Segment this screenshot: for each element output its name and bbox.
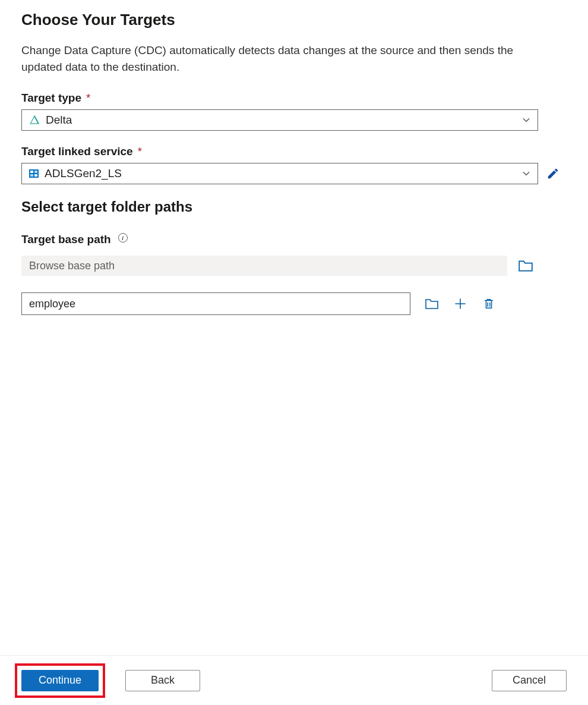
- wizard-footer: Continue Back Cancel: [0, 655, 588, 705]
- svg-rect-3: [30, 174, 33, 177]
- target-type-value: Delta: [46, 114, 72, 127]
- delta-icon: [29, 115, 40, 125]
- browse-base-path-button[interactable]: [518, 259, 533, 272]
- info-icon[interactable]: i: [118, 233, 128, 243]
- edit-linked-service-button[interactable]: [546, 167, 559, 180]
- svg-rect-2: [34, 171, 37, 173]
- browse-folder-button[interactable]: [425, 297, 439, 311]
- folder-path-input[interactable]: [21, 292, 410, 315]
- target-base-path-label: Target base path i: [21, 233, 128, 246]
- required-indicator: *: [138, 145, 142, 158]
- target-type-select[interactable]: Delta: [21, 109, 538, 131]
- target-linked-service-label: Target linked service*: [21, 145, 142, 158]
- delete-path-button[interactable]: [482, 297, 496, 311]
- page-title: Choose Your Targets: [21, 11, 567, 29]
- target-linked-service-value: ADLSGen2_LS: [45, 167, 122, 180]
- chevron-down-icon: [522, 169, 530, 178]
- page-description: Change Data Capture (CDC) automatically …: [21, 42, 550, 75]
- chevron-down-icon: [522, 116, 530, 124]
- svg-rect-1: [30, 171, 33, 173]
- folder-paths-section-title: Select target folder paths: [21, 199, 567, 215]
- base-path-input[interactable]: [21, 256, 507, 276]
- target-linked-service-select[interactable]: ADLSGen2_LS: [21, 163, 538, 184]
- svg-rect-4: [34, 174, 37, 177]
- storage-icon: [29, 169, 39, 178]
- continue-highlight: Continue: [15, 663, 105, 698]
- back-button[interactable]: Back: [125, 670, 200, 691]
- cancel-button[interactable]: Cancel: [492, 670, 567, 691]
- required-indicator: *: [86, 92, 90, 105]
- add-path-button[interactable]: [453, 297, 467, 311]
- target-type-label: Target type*: [21, 92, 90, 105]
- continue-button[interactable]: Continue: [21, 670, 99, 691]
